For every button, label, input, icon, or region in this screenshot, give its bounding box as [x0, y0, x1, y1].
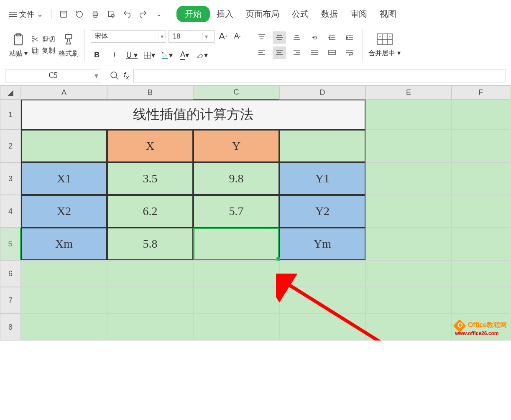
undo-history-icon[interactable] — [74, 9, 84, 19]
cell-D7[interactable] — [279, 287, 365, 314]
save-icon[interactable] — [59, 9, 69, 19]
border-button[interactable]: ▾ — [143, 50, 155, 60]
cell-B7[interactable] — [107, 287, 193, 314]
cell-B5[interactable]: 5.8 — [107, 228, 193, 260]
row-header-8[interactable]: 8 — [0, 314, 21, 341]
cell-A4[interactable]: X2 — [21, 195, 107, 228]
row-header-1[interactable]: 1 — [0, 100, 21, 130]
font-size-selector[interactable]: 18 ▾ — [169, 30, 215, 43]
cell-B4[interactable]: 6.2 — [107, 195, 193, 228]
cell-C4[interactable]: 5.7 — [193, 195, 279, 228]
fill-color-button[interactable]: ▾ — [161, 50, 173, 60]
col-header-B[interactable]: B — [107, 85, 193, 100]
cell-F7[interactable] — [452, 287, 510, 314]
justify-button[interactable] — [308, 46, 321, 59]
row-header-2[interactable]: 2 — [0, 130, 21, 162]
cell-A2[interactable] — [21, 130, 107, 162]
decrease-font-button[interactable]: A- — [231, 31, 243, 41]
cell-D8[interactable] — [279, 314, 365, 341]
cell-C6[interactable] — [193, 260, 279, 287]
bold-button[interactable]: B — [91, 50, 102, 60]
distribute-button[interactable] — [325, 46, 339, 59]
col-header-F[interactable]: F — [452, 85, 510, 100]
format-painter-button[interactable]: 格式刷 — [59, 32, 79, 58]
cell-E1[interactable] — [365, 100, 452, 130]
increase-font-button[interactable]: A+ — [217, 31, 229, 41]
col-header-A[interactable]: A — [21, 85, 107, 100]
cell-E7[interactable] — [365, 287, 452, 314]
italic-button[interactable]: I — [108, 50, 120, 60]
align-top-button[interactable] — [255, 31, 268, 44]
cell-B3[interactable]: 3.5 — [107, 162, 193, 195]
cell-E8[interactable] — [365, 314, 452, 341]
cell-E6[interactable] — [365, 260, 452, 287]
merge-center-button[interactable]: 合并居中 ▾ — [368, 32, 400, 58]
paste-button[interactable]: 粘贴 ▾ — [9, 32, 28, 58]
fx-icon[interactable]: fx — [124, 71, 129, 81]
row-header-4[interactable]: 4 — [0, 195, 21, 228]
row-header-3[interactable]: 3 — [0, 162, 21, 195]
formula-input[interactable] — [133, 69, 506, 82]
cell-C3[interactable]: 9.8 — [193, 162, 279, 195]
align-left-button[interactable] — [255, 46, 268, 59]
cell-D4[interactable]: Y2 — [279, 195, 365, 228]
cell-B8[interactable] — [107, 314, 193, 341]
cell-F1[interactable] — [452, 100, 510, 130]
cell-F2[interactable] — [452, 130, 510, 162]
increase-indent-button[interactable] — [343, 31, 356, 44]
cell-B2[interactable]: X — [107, 130, 193, 162]
tab-page-layout[interactable]: 页面布局 — [240, 6, 285, 22]
cut-button[interactable]: 剪切 — [31, 35, 55, 44]
align-middle-button[interactable] — [273, 31, 286, 44]
cell-A8[interactable] — [21, 314, 107, 341]
cell-F6[interactable] — [452, 260, 510, 287]
col-header-D[interactable]: D — [279, 85, 365, 100]
underline-button[interactable]: U ▾ — [126, 50, 138, 60]
tab-review[interactable]: 审阅 — [345, 6, 373, 22]
row-header-6[interactable]: 6 — [0, 260, 21, 287]
tab-insert[interactable]: 插入 — [211, 6, 239, 22]
file-menu[interactable]: 文件 ⌄ — [5, 8, 47, 21]
tab-formulas[interactable]: 公式 — [286, 6, 314, 22]
zoom-icon[interactable] — [110, 71, 120, 81]
row-header-7[interactable]: 7 — [0, 287, 21, 314]
cell-E4[interactable] — [365, 195, 452, 228]
cell-C8[interactable] — [193, 314, 279, 341]
cell-F5[interactable] — [452, 228, 510, 260]
select-all-corner[interactable]: ◢ — [0, 85, 21, 100]
row-header-5[interactable]: 5 — [0, 228, 21, 260]
align-bottom-button[interactable] — [290, 31, 304, 44]
font-name-selector[interactable]: 宋体 ▾ — [91, 30, 166, 43]
tab-view[interactable]: 视图 — [374, 6, 402, 22]
cell-A1[interactable]: 线性插值的计算方法 — [21, 100, 365, 130]
tab-home[interactable]: 开始 — [176, 6, 210, 22]
undo-icon[interactable] — [122, 9, 132, 19]
eraser-button[interactable]: ▾ — [196, 50, 208, 60]
cell-D2[interactable] — [279, 130, 365, 162]
redo-icon[interactable] — [138, 9, 148, 19]
font-color-button[interactable]: A ▾ — [179, 50, 190, 60]
cell-F4[interactable] — [452, 195, 510, 228]
align-center-button[interactable] — [273, 46, 286, 59]
name-box[interactable]: C5 ▾ — [5, 69, 101, 82]
cell-A7[interactable] — [21, 287, 107, 314]
cell-A3[interactable]: X1 — [21, 162, 107, 195]
cell-C2[interactable]: Y — [193, 130, 279, 162]
cell-E2[interactable] — [365, 130, 452, 162]
cell-D6[interactable] — [279, 260, 365, 287]
cell-A5[interactable]: Xm — [21, 228, 107, 260]
cell-F3[interactable] — [452, 162, 510, 195]
print-icon[interactable] — [90, 9, 100, 19]
col-header-C[interactable]: C — [193, 85, 279, 100]
orientation-button[interactable]: ⟲ — [308, 31, 321, 44]
cell-E3[interactable] — [365, 162, 452, 195]
cell-A6[interactable] — [21, 260, 107, 287]
cell-D5[interactable]: Ym — [279, 228, 365, 260]
copy-button[interactable]: 复制 — [31, 46, 55, 55]
cell-C5[interactable] — [193, 228, 279, 260]
print-preview-icon[interactable] — [106, 9, 116, 19]
decrease-indent-button[interactable] — [325, 31, 339, 44]
qat-more-icon[interactable]: ⌄ — [154, 9, 164, 19]
cell-B6[interactable] — [107, 260, 193, 287]
cell-D3[interactable]: Y1 — [279, 162, 365, 195]
